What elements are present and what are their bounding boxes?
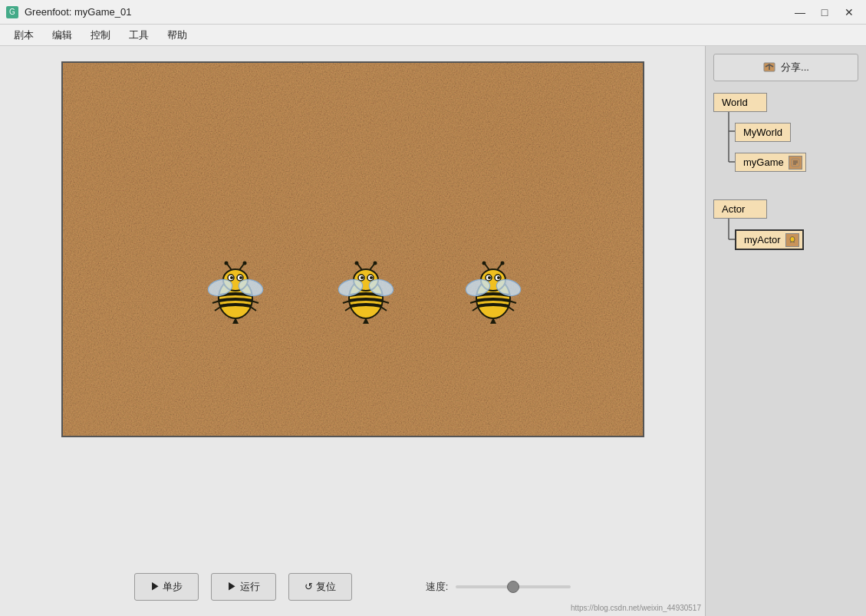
- share-button[interactable]: 分享...: [713, 54, 858, 81]
- app-icon: G: [6, 6, 18, 18]
- menu-control[interactable]: 控制: [83, 25, 118, 45]
- watermark: https://blog.csdn.net/weixin_44930517: [571, 604, 701, 612]
- reset-button[interactable]: ↺ 复位: [288, 573, 352, 601]
- svg-point-26: [373, 262, 377, 265]
- svg-point-24: [354, 262, 358, 265]
- svg-line-42: [497, 264, 502, 270]
- actor-class-box[interactable]: Actor: [713, 199, 767, 219]
- main-layout: ▶ 单步 ▶ 运行 ↺ 复位 速度: https://blog.csdn.net…: [0, 46, 866, 616]
- svg-point-39: [497, 276, 500, 279]
- speed-label: 速度:: [426, 580, 449, 594]
- bee-sprite-1: [201, 259, 270, 328]
- close-button[interactable]: ✕: [838, 5, 860, 20]
- window-title: Greenfoot: myGame_01: [25, 6, 131, 18]
- world-class-box[interactable]: World: [713, 93, 767, 112]
- run-button[interactable]: ▶ 运行: [211, 573, 276, 601]
- speed-section: 速度:: [426, 580, 571, 594]
- svg-point-5: [239, 276, 242, 279]
- step-button[interactable]: ▶ 单步: [134, 573, 199, 601]
- svg-point-38: [488, 276, 491, 279]
- right-panel: 分享... World: [705, 46, 866, 616]
- title-bar: G Greenfoot: myGame_01 — □ ✕: [0, 0, 866, 25]
- class-hierarchy: World MyWorld myGame: [713, 89, 858, 319]
- title-bar-left: G Greenfoot: myGame_01: [6, 6, 131, 18]
- myactor-icon: [785, 233, 799, 247]
- svg-line-8: [239, 264, 244, 270]
- maximize-button[interactable]: □: [814, 5, 835, 20]
- svg-line-40: [485, 264, 489, 270]
- myworld-class-box[interactable]: MyWorld: [735, 123, 791, 142]
- minimize-button[interactable]: —: [789, 5, 811, 20]
- game-area: ▶ 单步 ▶ 运行 ↺ 复位 速度: https://blog.csdn.net…: [0, 46, 705, 616]
- mygame-icon: [789, 156, 802, 170]
- mygame-class-box[interactable]: myGame: [735, 153, 806, 172]
- menu-tools[interactable]: 工具: [121, 25, 156, 45]
- bee-sprite-3: [459, 259, 528, 328]
- menu-bar: 剧本 编辑 控制 工具 帮助: [0, 25, 866, 46]
- menu-script[interactable]: 剧本: [6, 25, 41, 45]
- bee-sprite-2: [331, 259, 400, 328]
- svg-line-25: [370, 264, 374, 270]
- svg-point-43: [500, 262, 504, 265]
- svg-line-23: [357, 264, 362, 270]
- menu-edit[interactable]: 编辑: [44, 25, 80, 45]
- myactor-class-box[interactable]: myActor: [735, 229, 804, 250]
- svg-point-63: [790, 236, 795, 242]
- controls-bar: ▶ 单步 ▶ 运行 ↺ 复位 速度:: [0, 573, 705, 601]
- speed-slider[interactable]: [456, 585, 571, 588]
- svg-point-21: [361, 276, 364, 279]
- svg-point-4: [230, 276, 233, 279]
- svg-point-22: [370, 276, 373, 279]
- share-icon: [762, 61, 776, 74]
- window-controls: — □ ✕: [789, 5, 860, 20]
- svg-line-6: [227, 264, 232, 270]
- svg-point-9: [242, 262, 246, 265]
- svg-point-7: [224, 262, 228, 265]
- menu-help[interactable]: 帮助: [160, 25, 195, 45]
- game-canvas[interactable]: [61, 61, 644, 437]
- svg-point-41: [482, 262, 486, 265]
